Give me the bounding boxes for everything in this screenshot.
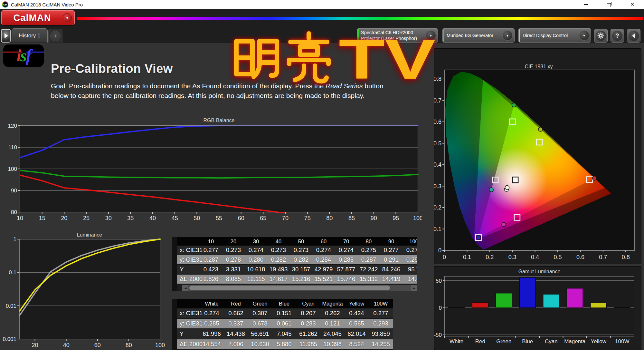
chevron-down-icon: ▼ — [579, 30, 589, 41]
restore-icon — [607, 3, 611, 7]
svg-text:20: 20 — [61, 215, 67, 221]
table-cell: 0.061 — [272, 319, 296, 328]
row-label: ΔE 2000 — [177, 275, 200, 284]
column-header: 40 — [267, 237, 290, 246]
svg-text:60: 60 — [238, 215, 244, 221]
table-cell: 0.274 — [335, 246, 357, 255]
column-header: Green — [248, 299, 272, 308]
table-cell: 0.274 — [200, 308, 224, 318]
table-cell: 14.554 — [200, 339, 224, 349]
table-cell: 8.085 — [222, 275, 245, 284]
title-bar: CM CalMAN 2018 CalMAN Video Pro ✕ — [0, 0, 644, 9]
table-row: y: CIE310.2870.2780.2800.2820.2820.2840.… — [177, 255, 417, 265]
generator-label: Murideo 6G Generator — [444, 33, 502, 38]
tab-scroll-button[interactable] — [1, 29, 11, 43]
table-cell: 95.7 — [402, 265, 417, 274]
table-cell: 15.746 — [335, 275, 357, 284]
goal-prefix: Goal: Pre-calibration readings to docume… — [51, 82, 326, 90]
measured-point-100w — [505, 186, 509, 190]
row-label: Y — [177, 329, 200, 339]
chevron-down-icon: ▼ — [63, 13, 72, 22]
table-cell: 14.6 — [402, 275, 417, 284]
scrollbar-thumb[interactable] — [189, 286, 390, 290]
minimize-icon — [584, 4, 588, 5]
minimize-button[interactable] — [574, 0, 598, 9]
grayscale-measurement-table: 102030405060708090100x: CIE310.2770.2730… — [172, 237, 417, 291]
rgb-balance-chart: 8090100110120101520253035404550556065707… — [6, 116, 422, 223]
svg-text:75: 75 — [304, 215, 311, 221]
svg-text:100: 100 — [155, 342, 165, 348]
table-cell: 0.275 — [357, 246, 380, 255]
tab-label: History 1 — [19, 33, 40, 39]
table-cell: 0.678 — [248, 319, 272, 328]
bar-yellow — [591, 303, 607, 308]
meter-select-button[interactable]: SpectraCal C6 HDR2000 Projector (Laser P… — [357, 28, 438, 43]
page-title: Pre-Calibration View — [51, 62, 173, 76]
table-cell: 8.524 — [345, 339, 369, 349]
svg-text:35: 35 — [127, 215, 134, 221]
column-header: 20 — [222, 237, 245, 246]
scroll-right-button[interactable]: ► — [411, 285, 417, 291]
row-label: ΔE 2000 — [177, 339, 200, 349]
generator-select-button[interactable]: Murideo 6G Generator ▼ — [442, 28, 515, 43]
table-cell: 7.045 — [272, 329, 296, 339]
svg-text:0.8: 0.8 — [434, 76, 441, 82]
column-header: 10 — [200, 237, 222, 246]
row-label: Y — [177, 265, 200, 274]
gamut-luminance-chart: Gamut Luminance500-50WhiteRedGreenBlueCy… — [434, 266, 641, 350]
column-header: 100 — [402, 237, 417, 246]
svg-text:Yellow: Yellow — [591, 338, 606, 345]
measured-point-red — [592, 176, 597, 180]
table-cell: 14.255 — [369, 339, 393, 349]
rainbow-strip — [77, 17, 643, 20]
column-header: 30 — [245, 237, 267, 246]
display-control-label: Direct Display Control — [520, 33, 579, 38]
svg-text:0.3: 0.3 — [508, 254, 516, 260]
restore-button[interactable] — [598, 0, 621, 9]
table-cell: 0.284 — [312, 255, 335, 264]
close-icon: ✕ — [630, 2, 634, 7]
cie-1931-xy-chart: CIE 1931 xy00.10.20.30.40.50.60.70.800.1… — [434, 48, 641, 264]
watermark-cjk-ming-glyph — [236, 41, 277, 77]
tab-history-1[interactable]: History 1 — [12, 28, 48, 43]
row-label: y: CIE31 — [177, 319, 200, 328]
table-cell: 0.565 — [345, 319, 369, 328]
window-title: CalMAN 2018 CalMAN Video Pro — [11, 2, 83, 7]
display-control-select-button[interactable]: Direct Display Control ▼ — [518, 28, 591, 43]
collapse-panel-button[interactable] — [627, 29, 640, 43]
svg-text:-50: -50 — [434, 332, 442, 338]
scrollbar-track[interactable] — [188, 285, 411, 291]
svg-text:1: 1 — [14, 236, 16, 242]
column-header — [177, 237, 200, 246]
table-cell: 72.242 — [357, 265, 380, 274]
meter-label: SpectraCal C6 HDR2000 Projector (Laser P… — [359, 30, 426, 41]
table-cell: 0.282 — [290, 255, 312, 264]
svg-text:0.8: 0.8 — [622, 254, 630, 260]
table-row: ΔE 200014.5547.00610.6305.88011.98510.39… — [177, 339, 393, 350]
table-cell: 0.207 — [296, 308, 320, 318]
table-cell: 0.277 — [369, 308, 393, 318]
table-row: x: CIE310.2770.2730.2740.2730.2730.2740.… — [177, 246, 417, 255]
svg-text:0.3: 0.3 — [434, 183, 441, 190]
add-tab-button[interactable]: + — [48, 29, 62, 43]
table-cell: 0.262 — [320, 308, 345, 318]
horizontal-scrollbar[interactable]: ◄► — [182, 285, 417, 291]
help-button[interactable]: ? — [611, 29, 624, 43]
calman-menu-button[interactable]: CalMAN ▼ — [1, 10, 75, 25]
settings-button[interactable] — [594, 29, 608, 43]
goal-suffix: button — [363, 82, 384, 90]
svg-text:0.2: 0.2 — [486, 254, 494, 260]
table-cell: 2.826 — [200, 275, 222, 284]
svg-text:110: 110 — [8, 144, 17, 151]
table-cell: 15.216 — [290, 275, 312, 284]
scroll-left-button[interactable]: ◄ — [182, 285, 188, 291]
table-cell: 0.274 — [312, 246, 335, 255]
isf-logo: isf — [3, 44, 44, 67]
svg-text:White: White — [450, 338, 463, 345]
close-button[interactable]: ✕ — [621, 0, 644, 9]
table-cell: 42.979 — [312, 265, 335, 274]
svg-text:65: 65 — [260, 215, 266, 221]
svg-text:100: 100 — [413, 215, 422, 221]
table-cell: 0.280 — [245, 255, 267, 264]
chevron-down-icon: ▼ — [502, 30, 513, 41]
